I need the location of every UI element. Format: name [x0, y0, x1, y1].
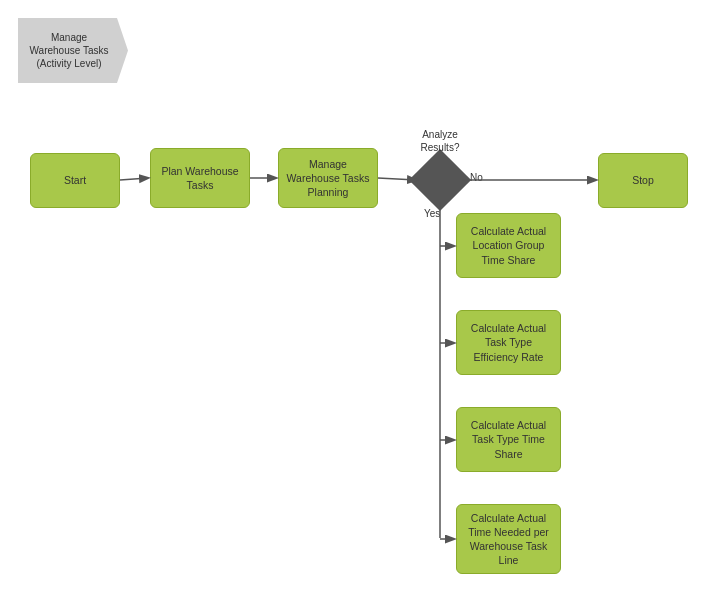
calc2-box: Calculate Actual Task Type Efficiency Ra… — [456, 310, 561, 375]
plan-label: Plan Warehouse Tasks — [157, 164, 243, 192]
calc1-box: Calculate Actual Location Group Time Sha… — [456, 213, 561, 278]
calc1-label: Calculate Actual Location Group Time Sha… — [463, 224, 554, 267]
header-label: Manage Warehouse Tasks (Activity Level) — [18, 18, 128, 83]
stop-box: Stop — [598, 153, 688, 208]
diagram-container: Manage Warehouse Tasks (Activity Level) … — [0, 0, 710, 600]
header-chevron: Manage Warehouse Tasks (Activity Level) — [18, 18, 128, 83]
stop-label: Stop — [632, 173, 654, 187]
manage-box: Manage Warehouse Tasks Planning — [278, 148, 378, 208]
start-box: Start — [30, 153, 120, 208]
plan-box: Plan Warehouse Tasks — [150, 148, 250, 208]
yes-label: Yes — [424, 208, 440, 219]
start-label: Start — [64, 173, 86, 187]
calc3-box: Calculate Actual Task Type Time Share — [456, 407, 561, 472]
header-text: Manage Warehouse Tasks (Activity Level) — [26, 31, 112, 70]
analyze-label: AnalyzeResults? — [400, 128, 480, 154]
connectors-svg — [0, 0, 710, 600]
manage-label: Manage Warehouse Tasks Planning — [285, 157, 371, 200]
calc3-label: Calculate Actual Task Type Time Share — [463, 418, 554, 461]
calc4-box: Calculate Actual Time Needed per Warehou… — [456, 504, 561, 574]
no-label: No — [470, 172, 483, 183]
calc2-label: Calculate Actual Task Type Efficiency Ra… — [463, 321, 554, 364]
conn-start-plan — [120, 178, 148, 180]
calc4-label: Calculate Actual Time Needed per Warehou… — [463, 511, 554, 568]
decision-diamond — [409, 149, 471, 211]
